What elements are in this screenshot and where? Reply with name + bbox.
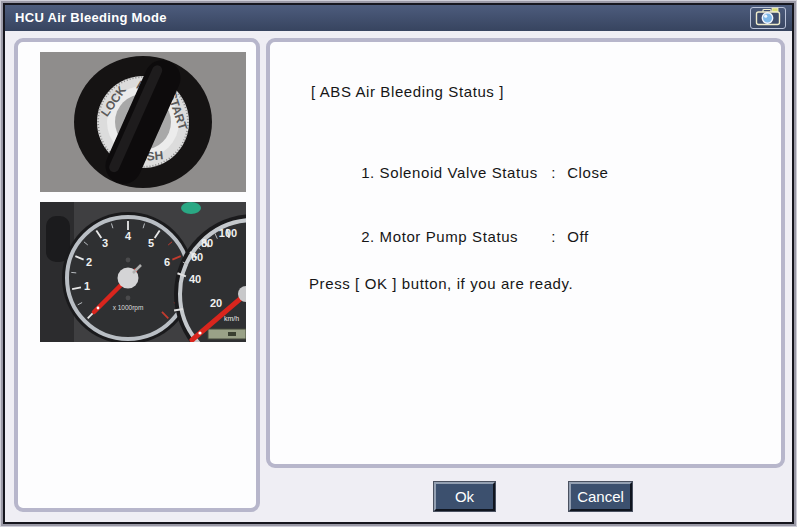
status-heading: [ ABS Air Bleeding Status ] [311,83,504,100]
status-value: Close [567,164,608,181]
svg-text:1: 1 [84,280,90,292]
speedometer-unit-label: km/h [224,315,239,322]
dialog-body: HCU Air Bleeding Mode [3,3,794,524]
status-value: Off [567,228,589,245]
indicator-light-green [181,202,201,214]
svg-text:3: 3 [102,237,108,249]
svg-text:5: 5 [148,237,154,249]
status-panel: [ ABS Air Bleeding Status ] 1. Solenoid … [266,38,785,468]
ok-button[interactable]: Ok [434,482,495,511]
ignition-switch-image: LOCK ACC START PUSH [40,52,246,192]
camera-icon [753,7,783,29]
svg-text:100: 100 [219,227,237,239]
status-label: 1. Solenoid Valve Status [361,164,551,181]
svg-text:20: 20 [210,297,222,309]
svg-text:6: 6 [164,256,170,268]
status-label: 2. Motor Pump Status [361,228,551,245]
svg-text:2: 2 [86,256,92,268]
svg-text:40: 40 [189,273,201,285]
instrument-cluster-image: 1 2 3 4 5 6 x 1000rpm [40,202,246,342]
instruction-text: Press [ OK ] button, if you are ready. [309,275,573,292]
status-row-solenoid: 1. Solenoid Valve Status:Close [323,147,609,198]
illustration-panel: LOCK ACC START PUSH [14,38,260,512]
window-title: HCU Air Bleeding Mode [15,5,167,31]
svg-text:60: 60 [191,251,203,263]
status-row-motor-pump: 2. Motor Pump Status:Off [323,211,589,262]
dialog-window: HCU Air Bleeding Mode [0,0,797,527]
screen-capture-button[interactable] [750,7,786,29]
tachometer-unit-label: x 1000rpm [113,304,144,312]
odometer-lcd [208,329,246,339]
title-bar: HCU Air Bleeding Mode [5,5,792,31]
cancel-button[interactable]: Cancel [569,482,632,511]
svg-text:4: 4 [125,230,132,242]
svg-text:80: 80 [201,237,213,249]
